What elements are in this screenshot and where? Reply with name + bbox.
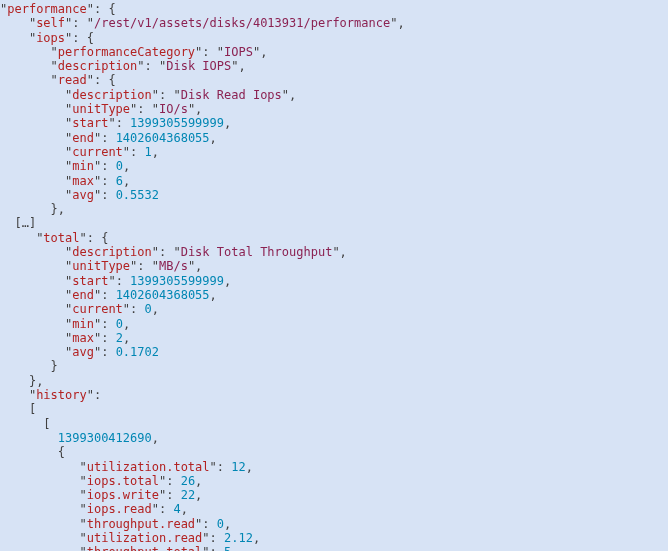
code-line: "end": 1402604368055, [0,131,217,145]
code-line: }, [0,202,65,216]
code-line: "iops.write": 22, [0,488,202,502]
code-line: [ [0,417,51,431]
code-line: "start": 1399305599999, [0,116,231,130]
json-code-block: "performance": { "self": "/rest/v1/asset… [0,0,668,551]
code-line: "iops.total": 26, [0,474,202,488]
code-line: "description": "Disk IOPS", [0,59,246,73]
code-line: "current": 1, [0,145,159,159]
code-line: { [0,445,65,459]
code-line: "utilization.total": 12, [0,460,253,474]
code-line: "end": 1402604368055, [0,288,217,302]
code-line: } [0,359,58,373]
code-line: "avg": 0.5532 [0,188,159,202]
code-line: "min": 0, [0,317,130,331]
code-line: "description": "Disk Read Iops", [0,88,296,102]
code-line: "utilization.read": 2.12, [0,531,260,545]
code-line: "performance": { [0,2,116,16]
code-line: "history": [0,388,101,402]
code-line: "throughput.total": 5, [0,545,238,551]
code-line: 1399300412690, [0,431,159,445]
code-line: [ [0,402,36,416]
code-line: }, [0,374,43,388]
code-line: "min": 0, [0,159,130,173]
code-line: "self": "/rest/v1/assets/disks/4013931/p… [0,16,405,30]
code-line: "iops": { [0,31,94,45]
code-line: "performanceCategory": "IOPS", [0,45,267,59]
code-line: "max": 2, [0,331,130,345]
code-line: "iops.read": 4, [0,502,188,516]
code-line: "unitType": "MB/s", [0,259,202,273]
code-line: "read": { [0,73,116,87]
code-line: "avg": 0.1702 [0,345,159,359]
code-line: "throughput.read": 0, [0,517,231,531]
code-line: "total": { [0,231,108,245]
code-line: "description": "Disk Total Throughput", [0,245,347,259]
code-line: […] [0,216,36,230]
code-line: "max": 6, [0,174,130,188]
code-line: "unitType": "IO/s", [0,102,202,116]
code-line: "current": 0, [0,302,159,316]
code-line: "start": 1399305599999, [0,274,231,288]
